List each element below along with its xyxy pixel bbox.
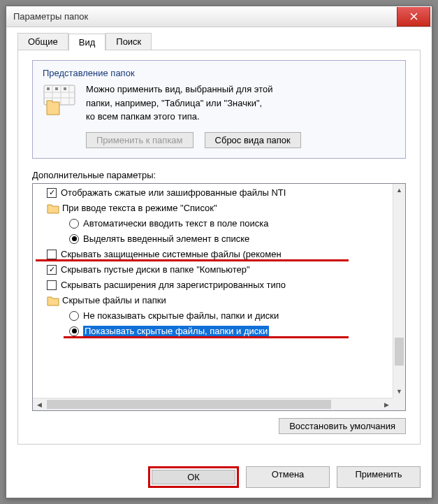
advanced-label: Дополнительные параметры: (32, 170, 406, 180)
tree-item-label: Скрытые файлы и папки (62, 295, 166, 305)
scroll-corner (393, 398, 405, 410)
tab-view[interactable]: Вид (68, 34, 106, 51)
svg-rect-7 (55, 87, 58, 90)
tree-content: Отображать сжатые или зашифрованные файл… (34, 185, 404, 410)
tree-item-label: Не показывать скрытые файлы, папки и дис… (83, 310, 279, 321)
checkbox[interactable] (47, 265, 57, 275)
tree-item[interactable]: Скрывать расширения для зарегистрированн… (34, 278, 404, 293)
checkbox[interactable] (47, 250, 57, 259)
tree-item-label: Скрывать расширения для зарегистрированн… (61, 280, 286, 290)
checkbox[interactable] (47, 188, 57, 198)
ok-button[interactable]: ОК (152, 470, 235, 484)
svg-rect-6 (47, 87, 50, 90)
tree-item-label: Скрывать пустые диски в папке "Компьютер… (61, 264, 250, 275)
tree-item[interactable]: При вводе текста в режиме "Список" (34, 201, 404, 216)
scroll-right-icon[interactable]: ▶ (380, 401, 393, 408)
tree-item-label: При вводе текста в режиме "Список" (62, 203, 217, 213)
cancel-button[interactable]: Отмена (246, 466, 330, 488)
tree-item-label: Выделять введенный элемент в списке (83, 233, 249, 244)
restore-defaults-button[interactable]: Восстановить умолчания (279, 418, 406, 434)
scroll-left-icon[interactable]: ◀ (33, 401, 45, 408)
horizontal-scrollbar[interactable]: ◀ ▶ (33, 398, 393, 410)
vertical-scrollbar[interactable]: ▲ ▼ (393, 184, 405, 398)
tabs: Общие Вид Поиск (17, 33, 421, 50)
folder-views-icon (43, 82, 76, 116)
close-button[interactable] (397, 7, 430, 27)
tree-item-label: Автоматически вводить текст в поле поиск… (83, 218, 268, 229)
checkbox[interactable] (47, 280, 57, 290)
tree-item-label: Показывать скрытые файлы, папки и диски (83, 326, 269, 336)
view-panel: Представление папок Можно применить вид,… (17, 50, 421, 445)
tree-item[interactable]: Отображать сжатые или зашифрованные файл… (34, 185, 404, 201)
reset-folders-button[interactable]: Сброс вида папок (205, 132, 301, 148)
tree-item[interactable]: Не показывать скрытые файлы, папки и дис… (34, 308, 404, 324)
tab-search[interactable]: Поиск (105, 33, 152, 50)
radio[interactable] (69, 326, 79, 336)
tree-item[interactable]: Скрытые файлы и папки (34, 293, 404, 308)
title-text: Параметры папок (13, 11, 397, 22)
tree-item[interactable]: Скрывать пустые диски в папке "Компьютер… (34, 262, 404, 278)
apply-button[interactable]: Применить (337, 466, 421, 488)
tree-item-label: Отображать сжатые или зашифрованные файл… (61, 187, 286, 198)
tab-general[interactable]: Общие (17, 33, 68, 50)
client-area: Общие Вид Поиск Представление папок Можн… (6, 27, 432, 456)
titlebar: Параметры папок (6, 6, 432, 27)
radio[interactable] (69, 311, 79, 321)
folder-views-group: Представление папок Можно применить вид,… (32, 60, 406, 159)
scroll-up-icon[interactable]: ▲ (393, 184, 405, 196)
folder-icon (47, 202, 59, 215)
folder-views-desc: Можно применить вид, выбранный для этой … (86, 82, 272, 124)
tree-item-label: Скрывать защищенные системные файлы (рек… (61, 249, 282, 259)
folder-options-dialog: Параметры папок Общие Вид Поиск Представ… (6, 6, 432, 498)
advanced-settings-tree[interactable]: Отображать сжатые или зашифрованные файл… (32, 183, 406, 412)
scroll-down-icon[interactable]: ▼ (393, 385, 405, 398)
annotation-underline-2 (64, 336, 349, 338)
radio[interactable] (69, 219, 79, 229)
apply-to-folders-button[interactable]: Применить к папкам (86, 132, 194, 148)
annotation-ok-highlight: ОК (148, 466, 239, 488)
folder-icon (47, 294, 59, 307)
dialog-buttons: ОК Отмена Применить (6, 456, 432, 498)
annotation-underline-1 (36, 259, 349, 261)
svg-rect-8 (64, 87, 66, 90)
tree-item[interactable]: Выделять введенный элемент в списке (34, 231, 404, 247)
close-icon (410, 13, 418, 20)
vertical-scroll-thumb[interactable] (395, 338, 404, 366)
folder-views-title: Представление папок (43, 68, 395, 78)
horizontal-scroll-thumb[interactable] (47, 400, 331, 409)
tree-item[interactable]: Автоматически вводить текст в поле поиск… (34, 216, 404, 231)
radio[interactable] (69, 234, 79, 244)
